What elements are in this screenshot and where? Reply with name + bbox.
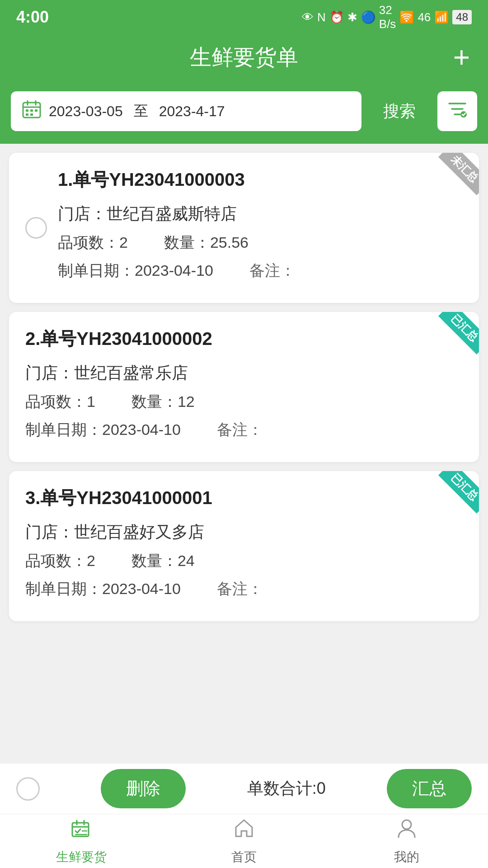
order-details-2: 品项数：1 数量：12 bbox=[25, 392, 463, 412]
badge-2: 已汇总 bbox=[434, 312, 479, 357]
order-number-3: 3.单号YH23041000001 bbox=[25, 486, 463, 510]
svg-rect-5 bbox=[30, 109, 33, 112]
badge-1: 未汇总 bbox=[434, 153, 479, 198]
date-from[interactable]: 2023-03-05 bbox=[49, 103, 123, 120]
badge-label-3: 已汇总 bbox=[438, 471, 479, 514]
order-item-count-2: 品项数：1 bbox=[25, 392, 95, 412]
signal-icon: 🔵 bbox=[361, 10, 375, 24]
cell-bars: 📶 bbox=[434, 10, 449, 24]
eye-icon: 👁 bbox=[302, 10, 314, 24]
order-card-3[interactable]: 已汇总 3.单号YH23041000001 门店：世纪百盛好又多店 品项数：2 … bbox=[9, 471, 479, 621]
home-icon bbox=[232, 816, 256, 845]
search-button[interactable]: 搜索 bbox=[369, 91, 430, 131]
order-details-3: 品项数：2 数量：24 bbox=[25, 551, 463, 571]
fresh-icon bbox=[70, 816, 93, 845]
order-quantity-3: 数量：24 bbox=[131, 551, 195, 571]
person-icon bbox=[395, 816, 418, 845]
order-item-count-1: 品项数：2 bbox=[58, 232, 128, 253]
total-count: 单数合计:0 bbox=[247, 778, 326, 800]
order-item-count-3: 品项数：2 bbox=[25, 551, 95, 571]
delete-button[interactable]: 删除 bbox=[101, 769, 186, 808]
svg-rect-4 bbox=[26, 109, 28, 112]
network-type: 46 bbox=[418, 10, 431, 24]
order-date-2: 制单日期：2023-04-10 bbox=[25, 420, 181, 440]
svg-point-16 bbox=[402, 820, 411, 829]
svg-rect-6 bbox=[35, 109, 38, 112]
alarm-icon: ⏰ bbox=[329, 10, 344, 24]
order-date-1: 制单日期：2023-04-10 bbox=[58, 260, 213, 281]
date-separator: 至 bbox=[134, 101, 148, 121]
nfc-icon: N bbox=[317, 10, 326, 24]
order-store-3: 门店：世纪百盛好又多店 bbox=[25, 521, 463, 543]
summary-button[interactable]: 汇总 bbox=[387, 769, 472, 808]
svg-rect-7 bbox=[26, 113, 28, 116]
order-number-1: 1.单号YH23041000003 bbox=[58, 167, 463, 192]
filter-button[interactable] bbox=[437, 91, 477, 131]
order-meta-2: 制单日期：2023-04-10 备注： bbox=[25, 420, 463, 440]
order-card-1[interactable]: 未汇总 1.单号YH23041000003 门店：世纪百盛威斯特店 品项数：2 … bbox=[9, 153, 479, 303]
order-card-2[interactable]: 已汇总 2.单号YH23041000002 门店：世纪百盛常乐店 品项数：1 数… bbox=[9, 312, 479, 462]
add-button[interactable]: + bbox=[453, 43, 470, 72]
tab-mine-label: 我的 bbox=[394, 849, 419, 866]
badge-label-2: 已汇总 bbox=[438, 312, 479, 354]
date-range-selector[interactable]: 2023-03-05 至 2023-4-17 bbox=[11, 91, 361, 131]
badge-label-1: 未汇总 bbox=[438, 153, 479, 195]
svg-rect-8 bbox=[30, 113, 33, 116]
status-icons: 👁 N ⏰ ✱ 🔵 32B/s 🛜 46 📶 48 bbox=[302, 3, 472, 31]
order-note-3: 备注： bbox=[217, 579, 263, 599]
tab-mine[interactable]: 我的 bbox=[325, 814, 488, 868]
order-note-2: 备注： bbox=[217, 420, 263, 440]
order-meta-3: 制单日期：2023-04-10 备注： bbox=[25, 579, 463, 599]
calendar-icon bbox=[22, 99, 42, 123]
order-quantity-2: 数量：12 bbox=[131, 392, 195, 412]
order-store-2: 门店：世纪百盛常乐店 bbox=[25, 362, 463, 384]
order-quantity-1: 数量：25.56 bbox=[164, 232, 249, 253]
order-radio-1[interactable] bbox=[25, 217, 47, 239]
order-list: 未汇总 1.单号YH23041000003 门店：世纪百盛威斯特店 品项数：2 … bbox=[0, 144, 488, 712]
date-to[interactable]: 2023-4-17 bbox=[159, 103, 225, 120]
page-title: 生鲜要货单 bbox=[190, 43, 298, 72]
filter-icon bbox=[446, 98, 468, 124]
battery-icon: 48 bbox=[452, 10, 472, 24]
status-time: 4:00 bbox=[16, 8, 49, 27]
tab-home-label: 首页 bbox=[231, 849, 257, 866]
status-bar: 4:00 👁 N ⏰ ✱ 🔵 32B/s 🛜 46 📶 48 bbox=[0, 0, 488, 33]
order-date-3: 制单日期：2023-04-10 bbox=[25, 579, 181, 599]
order-number-2: 2.单号YH23041000002 bbox=[25, 326, 463, 351]
bluetooth-icon: ✱ bbox=[347, 10, 357, 24]
app-header: 生鲜要货单 + bbox=[0, 33, 488, 82]
select-all-checkbox[interactable] bbox=[16, 777, 40, 801]
tab-fresh[interactable]: 生鲜要货 bbox=[0, 814, 163, 868]
tab-fresh-label: 生鲜要货 bbox=[56, 849, 107, 866]
order-store-1: 门店：世纪百盛威斯特店 bbox=[58, 203, 463, 225]
wifi-icon: 🛜 bbox=[399, 10, 414, 24]
data-speed: 32B/s bbox=[379, 3, 396, 31]
tab-home[interactable]: 首页 bbox=[163, 814, 325, 868]
bottom-action-bar: 删除 单数合计:0 汇总 bbox=[0, 763, 488, 814]
order-meta-1: 制单日期：2023-04-10 备注： bbox=[58, 260, 463, 281]
order-note-1: 备注： bbox=[249, 260, 296, 281]
badge-3: 已汇总 bbox=[434, 471, 479, 516]
order-details-1: 品项数：2 数量：25.56 bbox=[58, 232, 463, 253]
filter-bar: 2023-03-05 至 2023-4-17 搜索 bbox=[0, 82, 488, 144]
tab-bar: 生鲜要货 首页 我的 bbox=[0, 814, 488, 868]
